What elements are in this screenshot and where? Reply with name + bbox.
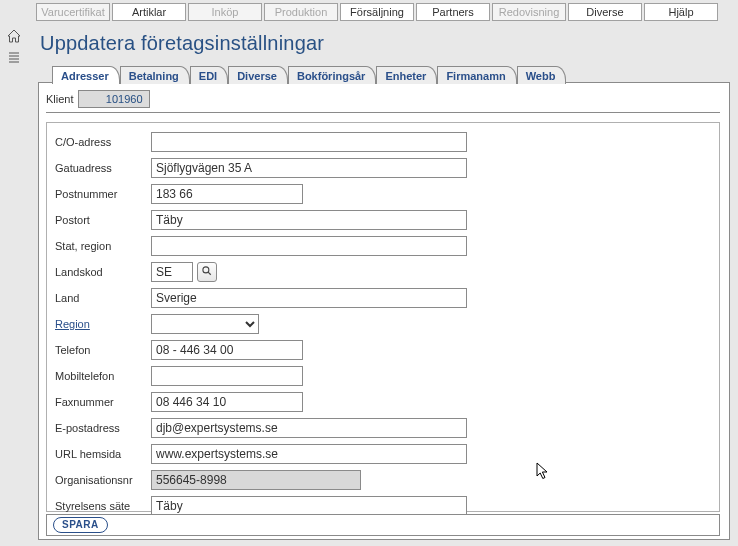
label-fax: Faxnummer: [55, 396, 151, 408]
address-form: C/O-adress Gatuadress Postnummer Postort…: [46, 122, 720, 512]
tab-firmanamn[interactable]: Firmanamn: [437, 66, 516, 84]
menu-redovisning: Redovisning: [492, 3, 566, 21]
menu-inkop: Inköp: [188, 3, 262, 21]
page-title: Uppdatera företagsinställningar: [40, 32, 324, 55]
input-orgnr: [151, 470, 361, 490]
divider: [46, 112, 720, 113]
klient-label: Klient: [46, 93, 74, 105]
label-zip: Postnummer: [55, 188, 151, 200]
input-phone[interactable]: [151, 340, 303, 360]
klient-value: 101960: [78, 90, 150, 108]
label-state: Stat, region: [55, 240, 151, 252]
input-seat[interactable]: [151, 496, 467, 516]
tab-diverse[interactable]: Diverse: [228, 66, 288, 84]
input-co[interactable]: [151, 132, 467, 152]
home-icon[interactable]: [6, 28, 22, 44]
input-ccode[interactable]: [151, 262, 193, 282]
menu-artiklar[interactable]: Artiklar: [112, 3, 186, 21]
label-orgnr: Organisationsnr: [55, 474, 151, 486]
input-state[interactable]: [151, 236, 467, 256]
tab-row: Adresser Betalning EDI Diverse Bokföring…: [52, 64, 566, 84]
menu-varucertifikat: Varucertifikat: [36, 3, 110, 21]
label-co: C/O-adress: [55, 136, 151, 148]
input-zip[interactable]: [151, 184, 303, 204]
label-phone: Telefon: [55, 344, 151, 356]
label-email: E-postadress: [55, 422, 151, 434]
main-menu: Varucertifikat Artiklar Inköp Produktion…: [0, 0, 738, 24]
tab-bokforingsar[interactable]: Bokföringsår: [288, 66, 376, 84]
label-seat: Styrelsens säte: [55, 500, 151, 512]
lookup-country-button[interactable]: [197, 262, 217, 282]
save-button[interactable]: SPARA: [53, 517, 108, 533]
label-url: URL hemsida: [55, 448, 151, 460]
svg-point-4: [203, 267, 209, 273]
input-mobile[interactable]: [151, 366, 303, 386]
select-region[interactable]: [151, 314, 259, 334]
search-icon: [201, 265, 213, 279]
tab-edi[interactable]: EDI: [190, 66, 228, 84]
label-street: Gatuadress: [55, 162, 151, 174]
label-ccode: Landskod: [55, 266, 151, 278]
action-bar: SPARA: [46, 514, 720, 536]
label-city: Postort: [55, 214, 151, 226]
menu-partners[interactable]: Partners: [416, 3, 490, 21]
menu-hjalp[interactable]: Hjälp: [644, 3, 718, 21]
klient-row: Klient 101960: [46, 90, 150, 108]
input-email[interactable]: [151, 418, 467, 438]
tab-betalning[interactable]: Betalning: [120, 66, 190, 84]
tab-webb[interactable]: Webb: [517, 66, 567, 84]
input-city[interactable]: [151, 210, 467, 230]
tab-enheter[interactable]: Enheter: [376, 66, 437, 84]
left-toolbar: [6, 28, 26, 66]
svg-line-5: [208, 272, 211, 275]
label-region[interactable]: Region: [55, 318, 151, 330]
menu-produktion: Produktion: [264, 3, 338, 21]
list-icon[interactable]: [6, 50, 22, 66]
input-street[interactable]: [151, 158, 467, 178]
label-country: Land: [55, 292, 151, 304]
tab-adresser[interactable]: Adresser: [52, 66, 120, 84]
menu-forsaljning[interactable]: Försäljning: [340, 3, 414, 21]
menu-diverse[interactable]: Diverse: [568, 3, 642, 21]
input-fax[interactable]: [151, 392, 303, 412]
input-url[interactable]: [151, 444, 467, 464]
label-mobile: Mobiltelefon: [55, 370, 151, 382]
input-country[interactable]: [151, 288, 467, 308]
